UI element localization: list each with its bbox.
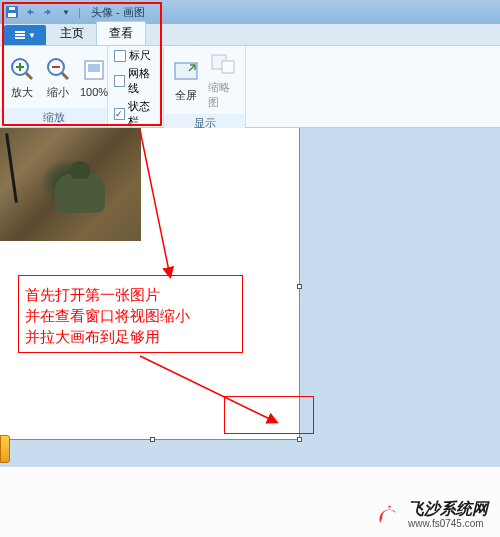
zoom-100-icon [80, 56, 108, 84]
statusbar-checkbox[interactable]: ✓状态栏 [114, 99, 157, 129]
zoom-group-label: 缩放 [0, 108, 107, 127]
svg-rect-1 [8, 13, 16, 17]
window-title: 头像 - 画图 [91, 5, 145, 20]
resize-handle-corner[interactable] [297, 437, 302, 442]
thumbnail-label: 缩略图 [208, 80, 237, 110]
svg-rect-17 [222, 61, 234, 73]
annotation-highlight-corner [224, 396, 314, 434]
tab-view[interactable]: 查看 [96, 21, 146, 45]
file-menu-button[interactable]: ▼ [4, 25, 46, 45]
watermark-url: www.fs0745.com [408, 518, 488, 529]
svg-rect-4 [15, 34, 25, 36]
save-icon[interactable] [4, 4, 20, 20]
window-titlebar: ▼ | 头像 - 画图 [0, 0, 500, 24]
annotation-line: 并拉大画布到足够用 [25, 326, 236, 347]
zoom-out-button[interactable]: 缩小 [42, 53, 74, 102]
zoom-100-label: 100% [80, 86, 108, 98]
zoom-out-icon [44, 55, 72, 83]
watermark: 飞沙系统网 www.fs0745.com [374, 500, 488, 529]
gridlines-label: 网格线 [128, 66, 157, 96]
checkbox-icon [114, 50, 126, 62]
annotation-text-box: 首先打开第一张图片 并在查看窗口将视图缩小 并拉大画布到足够用 [18, 275, 243, 353]
checkbox-icon [114, 75, 125, 87]
qat-dropdown-icon[interactable]: ▼ [58, 4, 74, 20]
canvas-workspace: 首先打开第一张图片 并在查看窗口将视图缩小 并拉大画布到足够用 [0, 128, 500, 468]
fullscreen-button[interactable]: 全屏 [170, 56, 202, 105]
svg-rect-14 [88, 64, 100, 72]
svg-rect-2 [9, 7, 15, 10]
zoom-out-label: 缩小 [47, 85, 69, 100]
thumbnail-button[interactable]: 缩略图 [206, 48, 239, 112]
fullscreen-icon [172, 58, 200, 86]
ribbon-tabs: ▼ 主页 查看 [0, 24, 500, 46]
zoom-in-icon [8, 55, 36, 83]
zoom-in-button[interactable]: 放大 [6, 53, 38, 102]
watermark-logo-icon [374, 501, 402, 529]
ribbon-panel: 放大 缩小 100% 缩放 标尺 网格线 ✓状态栏 显示或隐藏 [0, 46, 500, 128]
chevron-down-icon: ▼ [28, 31, 36, 40]
fullscreen-label: 全屏 [175, 88, 197, 103]
undo-icon[interactable] [22, 4, 38, 20]
thumbnail-icon [209, 50, 237, 78]
separator: | [78, 6, 81, 18]
checkbox-checked-icon: ✓ [114, 108, 125, 120]
annotation-line: 首先打开第一张图片 [25, 284, 236, 305]
svg-rect-5 [15, 37, 25, 39]
resize-handle-bottom[interactable] [150, 437, 155, 442]
gridlines-checkbox[interactable]: 网格线 [114, 66, 157, 96]
annotation-line: 并在查看窗口将视图缩小 [25, 305, 236, 326]
zoom-100-button[interactable]: 100% [78, 54, 110, 100]
svg-line-11 [62, 73, 68, 79]
tab-home[interactable]: 主页 [48, 22, 96, 45]
ruler-label: 标尺 [129, 48, 151, 63]
svg-line-7 [26, 73, 32, 79]
ruler-checkbox[interactable]: 标尺 [114, 48, 157, 63]
quick-access-toolbar: ▼ | [4, 4, 83, 20]
statusbar-label: 状态栏 [128, 99, 157, 129]
activation-tab[interactable] [0, 435, 10, 463]
watermark-title: 飞沙系统网 [408, 500, 488, 518]
redo-icon[interactable] [40, 4, 56, 20]
resize-handle-right[interactable] [297, 284, 302, 289]
zoom-in-label: 放大 [11, 85, 33, 100]
svg-rect-3 [15, 31, 25, 33]
pasted-image[interactable] [0, 128, 141, 241]
